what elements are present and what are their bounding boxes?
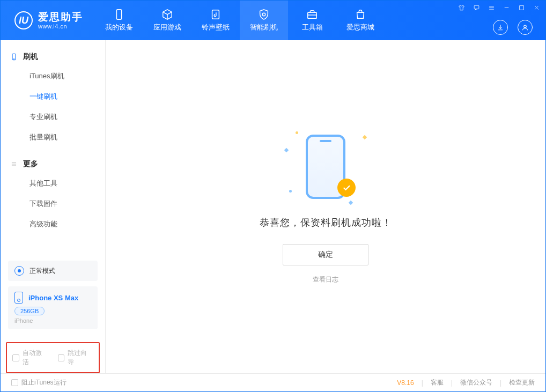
- success-message: 恭喜您，保资料刷机成功啦！: [260, 216, 392, 229]
- footer-link-wechat[interactable]: 微信公众号: [460, 378, 492, 387]
- window-controls: [458, 4, 540, 11]
- nav-toolbox[interactable]: 工具箱: [288, 1, 336, 40]
- header: iU 爱思助手 www.i4.cn 我的设备 应用游戏 铃声壁纸 智能刷机: [1, 1, 545, 40]
- list-icon: [10, 160, 18, 168]
- sidebar-scroll: 刷机 iTunes刷机 一键刷机 专业刷机 批量刷机 更多 其他工具 下载固件 …: [1, 40, 105, 255]
- footer-link-support[interactable]: 客服: [431, 378, 444, 387]
- checkbox-icon: [58, 354, 65, 361]
- svg-point-3: [524, 25, 527, 28]
- sidebar: 刷机 iTunes刷机 一键刷机 专业刷机 批量刷机 更多 其他工具 下载固件 …: [1, 40, 106, 373]
- sidebar-item-batch-flash[interactable]: 批量刷机: [1, 127, 105, 147]
- check-badge-icon: [337, 179, 356, 197]
- device-phone-icon: [14, 292, 23, 304]
- sidebar-group-more[interactable]: 更多: [1, 155, 105, 173]
- mode-label: 正常模式: [29, 267, 55, 276]
- body: 刷机 iTunes刷机 一键刷机 专业刷机 批量刷机 更多 其他工具 下载固件 …: [1, 40, 545, 373]
- phone-icon: [10, 53, 18, 61]
- bag-icon: [353, 9, 367, 20]
- svg-rect-5: [519, 5, 523, 10]
- logo-icon: iU: [14, 11, 33, 29]
- spark-icon: [349, 201, 353, 205]
- music-file-icon: [209, 9, 223, 20]
- app-url: www.i4.cn: [38, 23, 83, 30]
- nav-smart-flash[interactable]: 智能刷机: [240, 1, 288, 40]
- footer-link-check-update[interactable]: 检查更新: [509, 378, 535, 387]
- nav-my-device[interactable]: 我的设备: [95, 1, 143, 40]
- mode-card[interactable]: 正常模式: [8, 261, 98, 281]
- app-window: iU 爱思助手 www.i4.cn 我的设备 应用游戏 铃声壁纸 智能刷机: [0, 0, 546, 392]
- top-nav: 我的设备 应用游戏 铃声壁纸 智能刷机 工具箱 爱思商城: [95, 1, 385, 40]
- app-name: 爱思助手: [38, 11, 83, 23]
- svg-rect-1: [212, 10, 219, 19]
- mode-icon: [14, 266, 24, 276]
- highlighted-checkbox-row: 自动激活 跳过向导: [6, 342, 100, 373]
- spark-icon: [363, 135, 367, 139]
- logo[interactable]: iU 爱思助手 www.i4.cn: [1, 1, 95, 40]
- nav-ringtone-wallpaper[interactable]: 铃声壁纸: [191, 1, 240, 40]
- svg-rect-4: [474, 5, 479, 9]
- sidebar-item-other-tools[interactable]: 其他工具: [1, 173, 105, 194]
- ok-button[interactable]: 确定: [283, 244, 368, 265]
- device-name: iPhone XS Max: [28, 294, 78, 302]
- svg-rect-2: [308, 12, 317, 18]
- device-type: iPhone: [14, 317, 91, 324]
- svg-rect-0: [116, 10, 121, 19]
- view-log-link[interactable]: 查看日志: [313, 275, 338, 284]
- device-card[interactable]: iPhone XS Max 256GB iPhone: [8, 286, 98, 329]
- account-button[interactable]: [518, 20, 533, 35]
- success-illustration: [283, 129, 368, 204]
- sidebar-item-advanced[interactable]: 高级功能: [1, 214, 105, 234]
- dot-icon: [296, 131, 298, 134]
- version-label: V8.16: [397, 379, 414, 387]
- nav-store[interactable]: 爱思商城: [336, 1, 385, 40]
- footer: 阻止iTunes运行 V8.16 | 客服 | 微信公众号 | 检查更新: [1, 373, 545, 391]
- checkbox-auto-activate[interactable]: 自动激活: [12, 349, 48, 367]
- header-right-actions: [493, 20, 533, 35]
- spark-icon: [284, 148, 289, 152]
- checkbox-icon: [12, 354, 19, 361]
- feedback-icon[interactable]: [473, 4, 480, 11]
- sidebar-item-pro-flash[interactable]: 专业刷机: [1, 107, 105, 127]
- device-icon: [112, 9, 126, 20]
- sidebar-bottom: 正常模式 iPhone XS Max 256GB iPhone: [1, 255, 105, 335]
- main-panel: 恭喜您，保资料刷机成功啦！ 确定 查看日志: [106, 40, 545, 373]
- checkbox-icon: [11, 379, 18, 386]
- svg-point-7: [13, 59, 14, 60]
- checkbox-skip-guide[interactable]: 跳过向导: [58, 349, 94, 367]
- minimize-button[interactable]: [503, 4, 510, 11]
- checkbox-block-itunes[interactable]: 阻止iTunes运行: [11, 378, 67, 387]
- shirt-icon[interactable]: [458, 4, 465, 11]
- maximize-button[interactable]: [518, 4, 525, 11]
- sidebar-item-download-firmware[interactable]: 下载固件: [1, 194, 105, 214]
- menu-icon[interactable]: [488, 4, 495, 11]
- device-storage-badge: 256GB: [14, 307, 45, 315]
- footer-right: V8.16 | 客服 | 微信公众号 | 检查更新: [397, 378, 535, 387]
- sidebar-item-one-click-flash[interactable]: 一键刷机: [1, 86, 105, 107]
- sidebar-group-flash[interactable]: 刷机: [1, 48, 105, 66]
- download-button[interactable]: [493, 20, 508, 35]
- svg-rect-6: [12, 54, 16, 60]
- toolbox-icon: [305, 9, 319, 20]
- dot-icon: [289, 190, 292, 193]
- cube-icon: [160, 9, 174, 20]
- sidebar-item-itunes-flash[interactable]: iTunes刷机: [1, 66, 105, 86]
- close-button[interactable]: [533, 4, 540, 11]
- nav-apps-games[interactable]: 应用游戏: [143, 1, 191, 40]
- shield-refresh-icon: [257, 9, 271, 20]
